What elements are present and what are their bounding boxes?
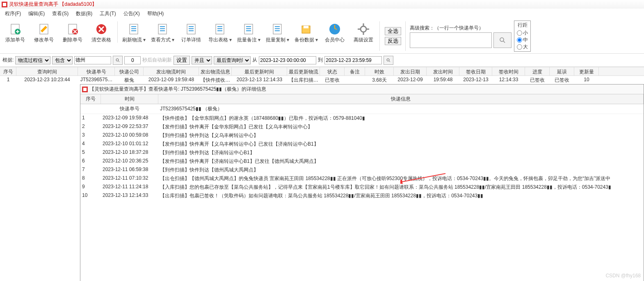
detail-row: 12023-12-09 19:59:48【快件揽收】【金华东阳网点】的谢永英（1…	[80, 114, 644, 123]
toolbar: 添加单号修改单号删除单号清空表格刷新物流查看方式订单详情导出表格批量备注批量复制…	[0, 19, 644, 54]
toolbar-detail[interactable]: 订单详情	[177, 21, 206, 43]
adv-search-button[interactable]	[493, 32, 512, 48]
filter-logic[interactable]: 并且	[192, 56, 212, 64]
col-header[interactable]: 进度	[525, 67, 550, 75]
menu-item[interactable]: 帮助(H)	[144, 9, 167, 18]
batchcopy-icon	[271, 23, 284, 36]
detail-row: 82023-12-11 07:10:32【出仓扫描】【德州禹城大禹网点】的兔兔快…	[80, 174, 644, 183]
col-header[interactable]: 查询时间	[16, 67, 78, 75]
toolbar-backup[interactable]: 备份数据	[292, 21, 320, 43]
col-header[interactable]: 延误	[550, 67, 574, 75]
auto-refresh-label: 秒后自动刷新	[142, 57, 172, 64]
settings-button[interactable]: 设置	[174, 56, 190, 65]
toolbar-refresh[interactable]: 刷新物流	[119, 21, 148, 43]
filter-search-btn[interactable]	[113, 56, 123, 65]
col-header[interactable]: 发出物流时间	[144, 67, 199, 75]
spacing-large[interactable]: 大	[517, 43, 528, 50]
table-row[interactable]: 12023-12-23 10:23:44JT52396575…极兔2023-12…	[0, 76, 644, 84]
detail-row: 102023-12-13 12:14:33【出库扫描】包裹已签收！（凭取件码）如…	[80, 192, 644, 200]
line-spacing-title: 行距	[517, 22, 528, 29]
col-header[interactable]: 最后更新时间	[232, 67, 287, 75]
detail-row: 32023-12-10 00:59:08【到件扫描】快件到达【义乌丰树转运中心】	[80, 131, 644, 140]
toolbar-viewmode[interactable]: 查看方式	[148, 21, 177, 43]
col-header[interactable]: 签收日期	[459, 67, 492, 75]
col-header[interactable]: 发出物流信息	[199, 67, 232, 75]
col-header[interactable]: 快递单号	[78, 67, 115, 75]
col-header[interactable]: 发出日期	[394, 67, 427, 75]
selection-buttons: 全选 反选	[385, 27, 401, 45]
toolbar-batchcopy[interactable]: 批量复制	[263, 21, 292, 43]
detail-row: 52023-12-10 18:37:28【到件扫描】快件到达【济南转运中心B1】	[80, 148, 644, 157]
countdown-input[interactable]	[124, 56, 141, 64]
to-label: 到	[318, 57, 323, 64]
spacing-small[interactable]: 小	[517, 30, 528, 37]
vip-icon	[328, 23, 341, 36]
line-spacing-group: 行距 小 中 大	[514, 21, 531, 52]
detail-row: 62023-12-10 20:36:25【发件扫描】快件离开【济南转运中心B1】…	[80, 157, 644, 166]
toolbar-batchnote[interactable]: 批量备注	[234, 21, 263, 43]
menu-item[interactable]: 查看(S)	[49, 9, 72, 18]
toolbar-vip[interactable]: 会员中心	[320, 21, 349, 43]
filter-field[interactable]: 物流过程信息	[15, 56, 50, 64]
toolbar-edit[interactable]: 修改单号	[30, 21, 58, 43]
date-search-btn[interactable]	[384, 56, 393, 65]
invert-selection-button[interactable]: 反选	[385, 37, 401, 45]
grid-header: 序号查询时间快递单号快递公司发出物流时间发出物流信息最后更新时间最后更新物流状态…	[0, 67, 644, 76]
spacing-mid[interactable]: 中	[517, 37, 528, 43]
refresh-icon	[127, 23, 140, 36]
del-icon	[66, 23, 79, 36]
menu-item[interactable]: 工具(T)	[96, 9, 119, 18]
adv-search-input[interactable]	[410, 32, 492, 48]
title-bar: 灵软快递批量查询高手 【dadada5100】	[0, 0, 644, 9]
col-header[interactable]: 签收时间	[492, 67, 525, 75]
from-datetime[interactable]	[259, 56, 316, 64]
main-grid: 序号查询时间快递单号快递公司发出物流时间发出物流信息最后更新时间最后更新物流状态…	[0, 67, 644, 84]
menu-item[interactable]: 编辑(E)	[25, 9, 48, 18]
filter-bar: 根据: 物流过程信息 包含 秒后自动刷新 设置 并且 最后查询时间 从 到	[0, 54, 644, 67]
svg-line-44	[402, 174, 445, 182]
filter-field2[interactable]: 最后查询时间	[214, 56, 251, 64]
menu-bar: 程序(F)编辑(E)查看(S)数据(B)工具(T)公告(X)帮助(H)	[0, 9, 644, 19]
from-label: 从	[252, 57, 257, 64]
svg-point-40	[116, 59, 119, 61]
detail-row: 72023-12-11 06:59:38【到件扫描】快件到达【德州禹城大禹网点】	[80, 166, 644, 174]
col-header[interactable]: 发出时间	[427, 67, 459, 75]
menu-item[interactable]: 数据(B)	[73, 9, 96, 18]
toolbar-clear[interactable]: 清空表格	[87, 21, 116, 43]
menu-item[interactable]: 程序(F)	[2, 9, 24, 18]
annotation-arrow	[400, 171, 450, 184]
toolbar-adv[interactable]: 高级设置	[349, 21, 378, 43]
svg-line-41	[119, 61, 120, 62]
adv-search-label: 高级搜索：（一行一个快递单号）	[410, 25, 512, 32]
menu-item[interactable]: 公告(X)	[120, 9, 143, 18]
filter-root-label: 根据:	[2, 57, 14, 64]
col-header[interactable]: 更新量	[574, 67, 599, 75]
detail-panel: 【灵软快递批量查询高手】查看快递单号: JT52396575425▮▮（极兔）的…	[80, 84, 644, 281]
col-header[interactable]: 时效	[365, 67, 394, 75]
detail-row: 42023-12-10 01:01:12【发件扫描】快件离开【义乌丰树转运中心】…	[80, 140, 644, 148]
select-all-button[interactable]: 全选	[385, 27, 401, 35]
batchnote-icon	[242, 23, 255, 36]
window-title: 灵软快递批量查询高手 【dadada5100】	[9, 1, 97, 8]
toolbar-add[interactable]: 添加单号	[1, 21, 30, 43]
filter-op[interactable]: 包含	[52, 56, 73, 64]
toolbar-export[interactable]: 导出表格	[206, 21, 234, 43]
backup-icon	[299, 23, 313, 36]
filter-value[interactable]	[74, 56, 111, 64]
to-datetime[interactable]	[324, 56, 382, 64]
edit-icon	[37, 23, 50, 36]
toolbar-del[interactable]: 删除单号	[58, 21, 87, 43]
detail-rows: 12023-12-09 19:59:48【快件揽收】【金华东阳网点】的谢永英（1…	[80, 114, 644, 200]
svg-point-38	[500, 38, 504, 41]
detail-icon	[185, 23, 198, 36]
clear-icon	[95, 23, 108, 36]
export-icon	[213, 23, 226, 36]
col-header[interactable]: 最后更新物流	[287, 67, 320, 75]
adv-icon	[357, 23, 370, 36]
col-header[interactable]: 状态	[320, 67, 345, 75]
col-header[interactable]: 备注	[345, 67, 365, 75]
detail-sub-header: 快递单号 JT52396575425▮▮ （极兔）	[80, 104, 644, 114]
add-icon	[9, 23, 22, 36]
col-header[interactable]: 序号	[0, 67, 16, 75]
col-header[interactable]: 快递公司	[115, 67, 144, 75]
